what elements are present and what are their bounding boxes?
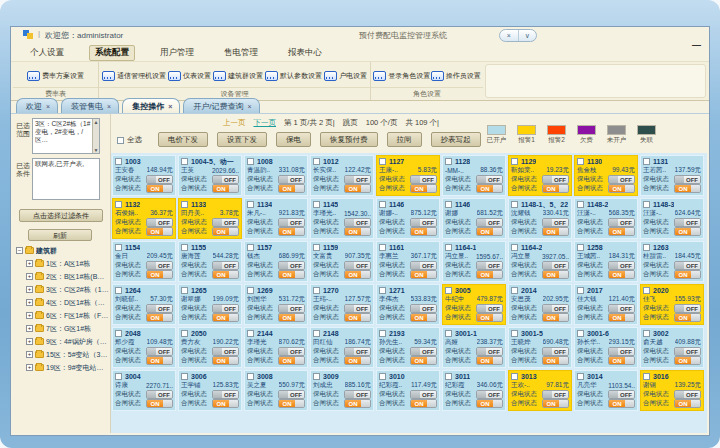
keep-power-toggle[interactable]: OFF	[278, 304, 305, 313]
keep-power-toggle[interactable]: OFF	[542, 261, 569, 270]
card-checkbox[interactable]	[445, 201, 452, 208]
keep-power-toggle[interactable]: OFF	[542, 218, 569, 227]
meter-card[interactable]: 1269 刘国华 531.72元 保电状态 OFF 合闸状态 ON	[244, 284, 308, 325]
switch-state-toggle[interactable]: ON	[212, 184, 239, 193]
card-checkbox[interactable]	[379, 330, 386, 337]
menu-item[interactable]: 系统配置	[89, 45, 135, 61]
card-checkbox[interactable]	[181, 287, 188, 294]
keep-power-toggle[interactable]: OFF	[410, 175, 437, 184]
command-button[interactable]: 保电	[276, 132, 311, 147]
meter-card[interactable]: 1264 刘晓郁.. 57.30元 保电状态 OFF 合闸状态 ON	[112, 284, 176, 325]
meter-card[interactable]: 1154 金日 209.45元 保电状态 OFF 合闸状态 ON	[112, 241, 176, 282]
meter-card[interactable]: 1130 焦金枝 99.43元 保电状态 OFF 合闸状态 ON	[574, 155, 638, 196]
card-checkbox[interactable]	[511, 373, 518, 380]
keep-power-toggle[interactable]: OFF	[674, 347, 701, 356]
switch-state-toggle[interactable]: ON	[608, 270, 635, 279]
card-checkbox[interactable]	[115, 330, 122, 337]
expand-node-icon[interactable]: +	[26, 299, 33, 306]
meter-card[interactable]: 1148-3 汪潇-.. 624.64元 保电状态 OFF 合闸状态 ON	[640, 198, 704, 239]
switch-state-toggle[interactable]: ON	[212, 313, 239, 322]
keep-power-toggle[interactable]: OFF	[344, 218, 371, 227]
ribbon-collapse-control[interactable]: × ∨	[499, 29, 537, 42]
card-checkbox[interactable]	[445, 330, 452, 337]
meter-card[interactable]: 1164-2 冯立显 3927.05.. 保电状态 OFF 合闸状态 ON	[508, 241, 572, 282]
keep-power-toggle[interactable]: OFF	[278, 390, 305, 399]
switch-state-toggle[interactable]: ON	[476, 184, 503, 193]
select-all-checkbox[interactable]	[117, 137, 124, 144]
meter-card[interactable]: 3016 谢铜 139.25元 保电状态 OFF 合闸状态 ON	[640, 370, 704, 411]
card-checkbox[interactable]	[247, 244, 254, 251]
tab-close-icon[interactable]: ×	[46, 103, 50, 110]
keep-power-toggle[interactable]: OFF	[674, 304, 701, 313]
keep-power-toggle[interactable]: OFF	[476, 347, 503, 356]
meter-card[interactable]: 1159 文富贵 907.35元 保电状态 OFF 合闸状态 ON	[310, 241, 374, 282]
meter-card[interactable]: 3001-5 王晓烨 690.48元 保电状态 OFF 合闸状态 ON	[508, 327, 572, 368]
card-checkbox[interactable]	[247, 201, 254, 208]
card-checkbox[interactable]	[313, 330, 320, 337]
card-checkbox[interactable]	[577, 330, 584, 337]
keep-power-toggle[interactable]: OFF	[146, 347, 173, 356]
menu-item[interactable]: 报表中心	[283, 46, 327, 60]
switch-state-toggle[interactable]: ON	[542, 227, 569, 236]
switch-state-toggle[interactable]: ON	[674, 356, 701, 365]
meter-card[interactable]: 1265 谢翠娜 199.09元 保电状态 OFF 合闸状态 ON	[178, 284, 242, 325]
keep-power-toggle[interactable]: OFF	[278, 175, 305, 184]
keep-power-toggle[interactable]: OFF	[476, 175, 503, 184]
switch-state-toggle[interactable]: ON	[146, 313, 173, 322]
switch-state-toggle[interactable]: ON	[608, 356, 635, 365]
card-checkbox[interactable]	[181, 330, 188, 337]
switch-state-toggle[interactable]: ON	[344, 227, 371, 236]
meter-card[interactable]: 1146 谢娜-.. 875.12元 保电状态 OFF 合闸状态 ON	[376, 198, 440, 239]
card-checkbox[interactable]	[643, 373, 650, 380]
card-checkbox[interactable]	[577, 158, 584, 165]
keep-power-toggle[interactable]: OFF	[278, 218, 305, 227]
switch-state-toggle[interactable]: ON	[410, 356, 437, 365]
meter-card[interactable]: 2014 安思茂 202.95元 保电状态 OFF 合闸状态 ON	[508, 284, 572, 325]
expand-node-icon[interactable]: +	[26, 364, 33, 371]
switch-state-toggle[interactable]: ON	[212, 399, 239, 408]
switch-state-toggle[interactable]: ON	[542, 399, 569, 408]
keep-power-toggle[interactable]: OFF	[344, 304, 371, 313]
selected-range-box[interactable]: 3区：C区2#栋（1#变电，2#变电，/区… ▲ ▼	[32, 118, 100, 154]
tree-item[interactable]: + 6区：F区1#栋（F区1#…	[26, 309, 109, 322]
card-checkbox[interactable]	[313, 373, 320, 380]
card-checkbox[interactable]	[445, 244, 452, 251]
switch-state-toggle[interactable]: ON	[410, 184, 437, 193]
keep-power-toggle[interactable]: OFF	[674, 261, 701, 270]
card-checkbox[interactable]	[115, 201, 122, 208]
meter-card[interactable]: 2193 孙先生.. 59.34元 保电状态 OFF 合闸状态 ON	[376, 327, 440, 368]
meter-card[interactable]: 1148-1、5、22 沈耀钱 330.41元 保电状态 OFF 合闸状态	[508, 198, 572, 239]
tree-item[interactable]: + 19区：9#变电站（2#…	[26, 361, 109, 374]
switch-state-toggle[interactable]: ON	[410, 313, 437, 322]
keep-power-toggle[interactable]: OFF	[146, 175, 173, 184]
collapse-icon[interactable]: ×	[500, 30, 519, 41]
scroll-up-icon[interactable]: ▲	[93, 119, 99, 125]
ribbon-button[interactable]: 建筑群设置	[213, 71, 263, 81]
scroll-down-icon[interactable]: ▼	[93, 147, 99, 153]
ribbon-button[interactable]: 费率方案设置	[27, 71, 84, 81]
keep-power-toggle[interactable]: OFF	[674, 175, 701, 184]
keep-power-toggle[interactable]: OFF	[608, 175, 635, 184]
card-checkbox[interactable]	[643, 287, 650, 294]
command-button[interactable]: 电价下发	[158, 132, 208, 147]
tab-close-icon[interactable]: ×	[107, 103, 111, 110]
meter-card[interactable]: 1271 李伟杰 533.83元 保电状态 OFF 合闸状态 ON	[376, 284, 440, 325]
keep-power-toggle[interactable]: OFF	[344, 347, 371, 356]
tree-item[interactable]: + 15区：5#变站（3#变…	[26, 348, 109, 361]
card-checkbox[interactable]	[445, 158, 452, 165]
menu-item[interactable]: 售电管理	[219, 46, 263, 60]
meter-card[interactable]: 1134 朱凡-.. 921.83元 保电状态 OFF 合闸状态 ON	[244, 198, 308, 239]
meter-card[interactable]: 1145 李瑾光.. 1542.30.. 保电状态 OFF 合闸状态 ON	[310, 198, 374, 239]
card-checkbox[interactable]	[643, 201, 650, 208]
switch-state-toggle[interactable]: ON	[146, 270, 173, 279]
switch-state-toggle[interactable]: ON	[344, 270, 371, 279]
keep-power-toggle[interactable]: OFF	[410, 218, 437, 227]
switch-state-toggle[interactable]: ON	[344, 399, 371, 408]
command-button[interactable]: 抄表写起	[431, 132, 481, 147]
keep-power-toggle[interactable]: OFF	[212, 218, 239, 227]
keep-power-toggle[interactable]: OFF	[542, 390, 569, 399]
meter-card[interactable]: 1263 桂甜雷.. 184.45元 保电状态 OFF 合闸状态 ON	[640, 241, 704, 282]
switch-state-toggle[interactable]: ON	[674, 399, 701, 408]
keep-power-toggle[interactable]: OFF	[542, 304, 569, 313]
switch-state-toggle[interactable]: ON	[542, 270, 569, 279]
